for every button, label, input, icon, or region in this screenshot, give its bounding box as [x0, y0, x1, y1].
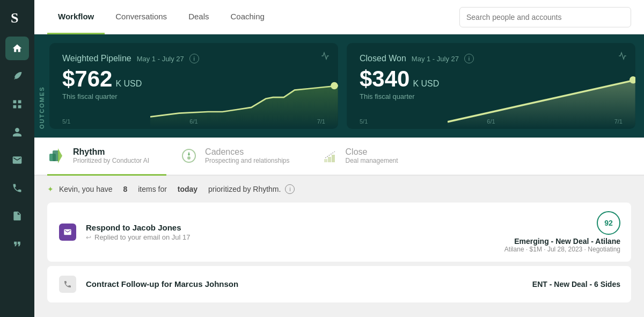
- task-info-2: Contract Follow-up for Marcus Johnson: [86, 279, 524, 290]
- app-logo[interactable]: S: [6, 6, 28, 28]
- task-card-2[interactable]: Contract Follow-up for Marcus Johnson EN…: [47, 266, 631, 302]
- score-badge-1: 92: [597, 211, 620, 235]
- task-title-2: Contract Follow-up for Marcus Johnson: [86, 279, 524, 289]
- sidebar-item-grid[interactable]: [5, 92, 29, 116]
- task-icon-wrap-1: [58, 222, 77, 242]
- task-title-1: Respond to Jacob Jones: [86, 223, 496, 232]
- close-tab-icon: [320, 146, 339, 165]
- closed-amount: $340: [360, 68, 409, 90]
- tab-workflow[interactable]: Workflow: [47, 0, 105, 34]
- pipeline-unit: K USD: [115, 79, 142, 89]
- deal-meta-1: Atilane · $1M · Jul 28, 2023 · Negotiati…: [504, 246, 620, 253]
- metric-header-pipeline: Weighted Pipeline May 1 - July 27 i: [62, 54, 325, 63]
- tab-deals[interactable]: Deals: [178, 0, 219, 34]
- rhythm-tab-name: Rhythm: [73, 147, 149, 157]
- cadences-tab-name: Cadences: [205, 147, 289, 157]
- svg-point-7: [187, 156, 191, 160]
- closed-chart-dates: 5/1 6/1 7/1: [360, 118, 623, 125]
- closed-title: Closed Won: [360, 54, 406, 63]
- phone-task-icon: [59, 276, 76, 293]
- pipeline-info-icon[interactable]: i: [189, 54, 199, 63]
- pipeline-date: May 1 - July 27: [137, 55, 184, 63]
- content-area: ✦ Kevin, you have 8 items for today prio…: [34, 176, 644, 317]
- weighted-pipeline-card: Weighted Pipeline May 1 - July 27 i $762…: [49, 43, 338, 129]
- task-icon-wrap-2: [58, 275, 77, 294]
- svg-point-1: [331, 82, 338, 89]
- cadences-tab-desc: Prospecting and relationships: [205, 157, 289, 164]
- chart-icon-pipeline: [321, 52, 330, 62]
- rhythm-tab-text: Rhythm Prioritized by Conductor AI: [73, 147, 149, 164]
- tab-conversations[interactable]: Conversations: [105, 0, 178, 34]
- rhythm-tab-desc: Prioritized by Conductor AI: [73, 157, 149, 164]
- cadences-icon: [179, 146, 199, 165]
- svg-marker-5: [58, 148, 62, 163]
- sidebar-item-quote[interactable]: [5, 232, 29, 256]
- task-desc-text-1: Replied to your email on Jul 17: [94, 233, 191, 241]
- workflow-tab-close[interactable]: Close Deal management: [307, 138, 415, 176]
- main-content: Workflow Conversations Deals Coaching OU…: [34, 0, 644, 317]
- task-right-2: ENT - New Deal - 6 Sides: [532, 280, 620, 289]
- nav-tabs: Workflow Conversations Deals Coaching: [47, 0, 275, 34]
- deal-name-2: ENT - New Deal - 6 Sides: [532, 280, 620, 289]
- closed-info-icon[interactable]: i: [464, 54, 474, 63]
- sidebar-item-home[interactable]: [5, 37, 29, 60]
- pipeline-title: Weighted Pipeline: [62, 54, 131, 63]
- workflow-tab-cadences[interactable]: Cadences Prospecting and relationships: [166, 138, 306, 176]
- metric-header-closed: Closed Won May 1 - July 27 i: [360, 54, 623, 63]
- chart-icon-closed: [618, 52, 627, 62]
- pipeline-amount: $762: [62, 68, 112, 90]
- rhythm-text-after: prioritized by Rhythm.: [208, 185, 281, 193]
- rhythm-text-before: Kevin, you have: [59, 185, 113, 193]
- sidebar-item-phone[interactable]: [5, 176, 29, 200]
- rhythm-icon: [47, 146, 67, 165]
- task-card-1[interactable]: Respond to Jacob Jones ↩ Replied to your…: [47, 203, 631, 262]
- sidebar-item-mail[interactable]: [5, 148, 29, 172]
- pipeline-chart-dates: 5/1 6/1 7/1: [62, 118, 325, 125]
- workflow-tab-rhythm[interactable]: Rhythm Prioritized by Conductor AI: [47, 138, 166, 176]
- rhythm-description-header: ✦ Kevin, you have 8 items for today prio…: [47, 184, 631, 194]
- sidebar-item-person[interactable]: [5, 120, 29, 144]
- reply-arrow-icon: ↩: [86, 234, 91, 241]
- close-tab-name: Close: [346, 147, 398, 157]
- task-info-1: Respond to Jacob Jones ↩ Replied to your…: [86, 223, 496, 241]
- closed-unit: K USD: [413, 79, 439, 89]
- close-tab-desc: Deal management: [346, 157, 398, 164]
- workflow-tabs: Rhythm Prioritized by Conductor AI Caden…: [34, 138, 644, 176]
- task-desc-1: ↩ Replied to your email on Jul 17: [86, 233, 496, 241]
- rhythm-highlight: today: [178, 185, 197, 193]
- cadences-tab-text: Cadences Prospecting and relationships: [205, 147, 289, 164]
- closed-date: May 1 - July 27: [412, 55, 459, 63]
- rhythm-count: 8: [123, 185, 128, 193]
- mail-task-icon: [59, 224, 76, 241]
- deal-info-2: ENT - New Deal - 6 Sides: [532, 280, 620, 289]
- task-right-1: 92 Emerging - New Deal - Atilane Atilane…: [504, 211, 620, 253]
- outcomes-section: OUTCOMES Weighted Pipeline May 1 - July …: [34, 34, 644, 138]
- rhythm-text-mid: items for: [138, 185, 167, 193]
- top-navigation: Workflow Conversations Deals Coaching: [34, 0, 644, 34]
- rhythm-info-icon[interactable]: i: [285, 184, 295, 194]
- tab-coaching[interactable]: Coaching: [219, 0, 275, 34]
- deal-name-1: Emerging - New Deal - Atilane: [504, 237, 620, 246]
- metrics-row: Weighted Pipeline May 1 - July 27 i $762…: [49, 34, 644, 138]
- sparkle-icon: ✦: [47, 185, 54, 193]
- close-tab-text: Close Deal management: [346, 147, 398, 164]
- deal-info-1: Emerging - New Deal - Atilane Atilane · …: [504, 237, 620, 253]
- closed-won-chart: [448, 70, 635, 113]
- sidebar: S: [0, 0, 34, 317]
- pipeline-chart: [150, 70, 338, 113]
- svg-text:S: S: [11, 10, 18, 26]
- sidebar-item-document[interactable]: [5, 204, 29, 228]
- outcomes-label: OUTCOMES: [34, 34, 49, 138]
- closed-won-card: Closed Won May 1 - July 27 i $340 K USD …: [347, 43, 635, 129]
- search-input[interactable]: [459, 7, 631, 27]
- sidebar-item-rocket[interactable]: [5, 64, 29, 88]
